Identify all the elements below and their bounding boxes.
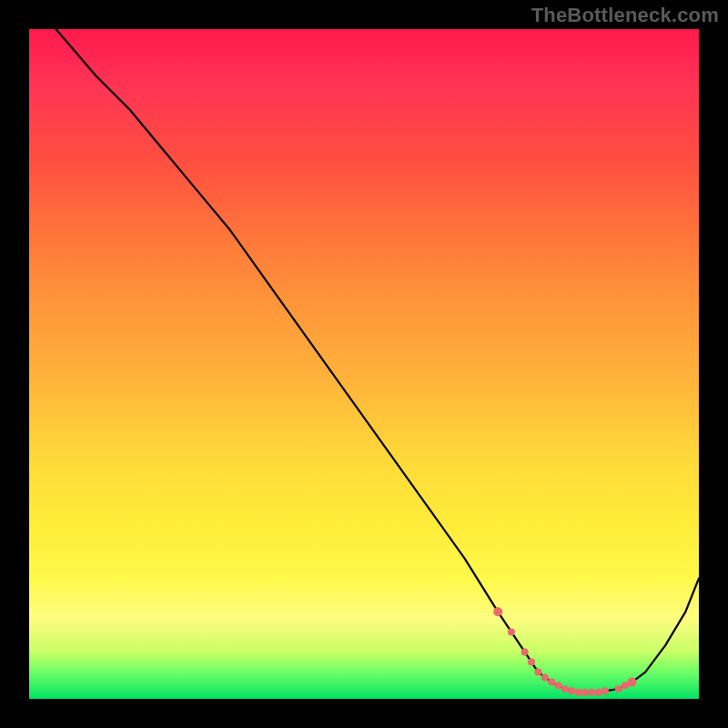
marker-dot xyxy=(508,628,515,635)
chart-plot-area xyxy=(29,29,699,699)
marker-dot xyxy=(548,679,555,686)
marker-dot xyxy=(581,689,589,696)
marker-dot xyxy=(615,685,622,693)
bottleneck-curve-svg xyxy=(29,29,699,699)
marker-dot xyxy=(493,607,502,616)
marker-dot xyxy=(534,669,541,676)
marker-dot xyxy=(528,659,535,666)
marker-dot xyxy=(561,685,569,693)
marker-dot xyxy=(554,682,561,689)
bottleneck-curve-path xyxy=(56,29,699,693)
marker-dot xyxy=(627,678,636,687)
marker-dot xyxy=(595,689,602,696)
watermark-label: TheBottleneck.com xyxy=(531,4,719,27)
flat-region-markers xyxy=(493,607,636,695)
marker-dot xyxy=(568,687,575,694)
marker-dot xyxy=(521,648,529,655)
marker-dot xyxy=(575,689,582,696)
marker-dot xyxy=(588,689,595,696)
marker-dot xyxy=(541,673,549,681)
marker-dot xyxy=(602,687,609,694)
